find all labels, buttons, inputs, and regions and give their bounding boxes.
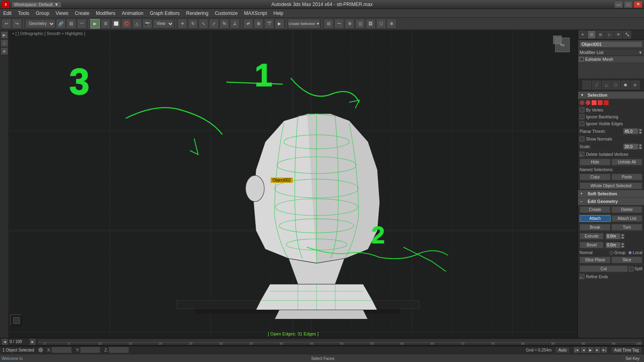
- menu-rendering[interactable]: Rendering: [183, 10, 211, 17]
- selection-header[interactable]: ▼ Selection: [578, 91, 644, 99]
- slice-button[interactable]: Slice: [611, 257, 642, 263]
- scale-up[interactable]: ▲: [638, 144, 642, 147]
- camera-cube[interactable]: Top: [551, 34, 574, 56]
- display-panel-icon[interactable]: 👁: [614, 31, 622, 39]
- menu-customize[interactable]: Customize: [211, 10, 241, 17]
- side-tool-2[interactable]: ↕: [1, 39, 8, 47]
- scale-input[interactable]: [623, 143, 638, 150]
- scale-arrows[interactable]: ▲ ▼: [638, 144, 642, 149]
- create-button[interactable]: Create: [580, 206, 611, 213]
- workspace-dropdown[interactable]: Workspace: Default ▼: [11, 1, 62, 8]
- prev-key-btn[interactable]: ◄: [580, 347, 587, 353]
- auto-key-btn[interactable]: Auto: [555, 347, 569, 353]
- extrude-input[interactable]: [605, 233, 621, 240]
- minimize-button[interactable]: —: [614, 1, 623, 8]
- maximize-button[interactable]: □: [624, 1, 633, 8]
- menu-help[interactable]: Help: [270, 10, 287, 17]
- rect-select-tool[interactable]: ⬜: [111, 19, 121, 29]
- next-frame-btn[interactable]: ►|: [601, 347, 607, 353]
- percent-snap[interactable]: %: [219, 19, 229, 29]
- unlink-tool[interactable]: ⛓: [66, 19, 76, 29]
- sel-dot-2[interactable]: [586, 100, 590, 105]
- play-button[interactable]: ▶: [1, 31, 8, 39]
- hide-button[interactable]: Hide: [580, 159, 611, 165]
- extrude-arrows[interactable]: ▲ ▼: [621, 234, 625, 239]
- sel-square-1[interactable]: [592, 100, 596, 105]
- planar-thresh-arrows[interactable]: ▲ ▼: [638, 128, 642, 134]
- split-checkbox[interactable]: [629, 267, 634, 271]
- unhide-all-button[interactable]: Unhide All: [611, 159, 642, 165]
- create-panel-icon[interactable]: ✦: [579, 31, 587, 39]
- menu-group[interactable]: Group: [33, 10, 52, 17]
- delete-isolated-checkbox[interactable]: [580, 152, 584, 157]
- attach-list-button[interactable]: Attach List: [611, 215, 642, 222]
- next-key-btn[interactable]: ►: [594, 347, 601, 353]
- view-dropdown[interactable]: View: [153, 19, 174, 28]
- render2-tool[interactable]: ▶: [275, 19, 284, 29]
- snap-tool[interactable]: 📷: [143, 19, 152, 29]
- turn-button[interactable]: Turn: [611, 224, 642, 231]
- scale2-tool[interactable]: ⤢: [209, 19, 219, 29]
- break-button[interactable]: Break: [580, 224, 611, 231]
- extra-icon[interactable]: ⊕: [631, 81, 640, 89]
- object-name-input[interactable]: [580, 41, 642, 48]
- bind-space-warp[interactable]: 〰: [77, 19, 87, 29]
- modifier-checkbox[interactable]: [580, 57, 584, 61]
- viewport-3d[interactable]: + [ ] Orthographic [ Smooth + Highlights…: [9, 30, 578, 338]
- bevel-arrows[interactable]: ▲ ▼: [621, 242, 625, 248]
- angle-snap[interactable]: ∠: [230, 19, 240, 29]
- fence-select-tool[interactable]: △: [132, 19, 142, 29]
- sel-square-2[interactable]: [598, 100, 603, 105]
- refine-ends-checkbox[interactable]: [580, 274, 584, 279]
- toggle-ribbon[interactable]: ⊟: [324, 19, 333, 29]
- modify-panel-icon[interactable]: ⚙: [588, 31, 596, 39]
- sel-square-3[interactable]: [604, 100, 609, 105]
- schematic[interactable]: ⚙: [345, 19, 354, 29]
- mirror-tool[interactable]: ⇌: [243, 19, 253, 29]
- coord-x-input[interactable]: [52, 347, 72, 353]
- menu-tools[interactable]: Tools: [15, 10, 33, 17]
- rotate-tool[interactable]: ↻: [188, 19, 198, 29]
- attach-button[interactable]: Attach: [580, 215, 611, 222]
- menu-modifiers[interactable]: Modifiers: [93, 10, 119, 17]
- select-name-tool[interactable]: ☰: [101, 19, 110, 29]
- scale-down[interactable]: ▼: [638, 147, 642, 149]
- geometry-dropdown[interactable]: Geometry: [25, 19, 55, 28]
- render-tool[interactable]: 🎬: [264, 19, 274, 29]
- menu-graph-editors[interactable]: Graph Editors: [147, 10, 183, 17]
- menu-animation[interactable]: Animation: [119, 10, 147, 17]
- face-icon[interactable]: △: [602, 81, 611, 89]
- move-tool[interactable]: ✛: [178, 19, 187, 29]
- curve-editor[interactable]: 〜: [334, 19, 344, 29]
- hierarchy-panel-icon[interactable]: ⊞: [596, 31, 605, 39]
- undo-button[interactable]: ↩: [2, 19, 11, 29]
- render-iter[interactable]: ⬡: [376, 19, 386, 29]
- add-time-tag-btn[interactable]: Add Time Tag: [611, 347, 642, 353]
- close-button[interactable]: ✕: [634, 1, 642, 8]
- render-frame[interactable]: 🖼: [366, 19, 375, 29]
- minimap-widget[interactable]: [10, 314, 22, 326]
- modifier-editable-mesh[interactable]: Editable Mesh: [578, 56, 644, 63]
- bevel-button[interactable]: Bevel: [580, 242, 604, 248]
- menu-create[interactable]: Create: [72, 10, 93, 17]
- scale-tool[interactable]: ⤡: [199, 19, 208, 29]
- circle-select-tool[interactable]: ⭕: [122, 19, 131, 29]
- prev-frame-btn[interactable]: |◄: [574, 347, 580, 353]
- cut-button[interactable]: Cut: [580, 265, 628, 272]
- menu-views[interactable]: Views: [52, 10, 72, 17]
- delete-button[interactable]: Delete: [611, 206, 642, 213]
- planar-thresh-down[interactable]: ▼: [638, 131, 642, 134]
- welcome-tab[interactable]: Welcome to: [2, 356, 23, 361]
- create-sel-btn[interactable]: Create Selection ▼: [288, 19, 320, 29]
- bevel-input[interactable]: [605, 242, 621, 248]
- extrude-spinner[interactable]: ▲ ▼: [605, 233, 625, 240]
- extrude-button[interactable]: Extrude: [580, 233, 604, 240]
- utilities-panel-icon[interactable]: 🔧: [623, 31, 631, 39]
- material-editor[interactable]: ◫: [355, 19, 365, 29]
- timeline-bar[interactable]: 0 5 10 15 20 25 30 35 40 45 50 55 60 65 …: [37, 339, 642, 345]
- timeline-prev-btn[interactable]: ◄: [2, 339, 8, 345]
- planar-thresh-spinner[interactable]: ▲ ▼: [623, 128, 642, 134]
- set-key-btn[interactable]: Set Key: [623, 356, 642, 362]
- app-icon[interactable]: 3: [2, 0, 10, 8]
- group-radio[interactable]: Group: [609, 250, 625, 255]
